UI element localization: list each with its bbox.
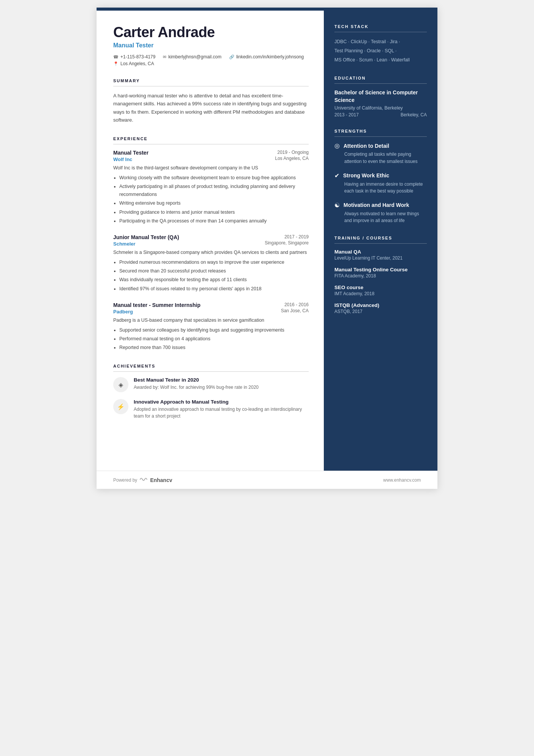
tech-stack-title: TECH STACK <box>334 24 427 32</box>
strength-title-1: Attention to Detail <box>344 143 389 149</box>
contact-email: ✉ kimberlyjhnsn@gmail.com <box>163 54 221 59</box>
experience-item-1: Manual Tester 2019 - Ongoing Wolf Inc Lo… <box>113 150 309 225</box>
exp-company-row-2: Schmeler Singapore, Singapore <box>113 240 309 247</box>
brand-name: Enhancv <box>150 477 172 483</box>
enhancv-logo-icon <box>139 476 148 484</box>
edu-degree: Bachelor of Science in Computer Science <box>334 89 427 104</box>
edu-dates-row: 2013 - 2017 Berkeley, CA <box>334 112 427 117</box>
training-name-2: Manual Testing Online Course <box>334 267 427 272</box>
bullet-item: Writing extensive bug reports <box>119 199 309 207</box>
exp-header-2: Junior Manual Tester (QA) 2017 - 2019 <box>113 234 309 240</box>
strength-header-1: ◎ Attention to Detail <box>334 142 427 149</box>
contact-linkedin: 🔗 linkedin.com/in/kimberly.johnsong <box>229 54 304 59</box>
edu-dates: 2013 - 2017 <box>334 112 359 117</box>
training-org-1: LevelUp Learning IT Center, 2021 <box>334 255 427 261</box>
achievement-item-2: ⚡ Innovative Approach to Manual Testing … <box>113 399 309 419</box>
edu-university: University of California, Berkeley <box>334 105 427 111</box>
bullet-item: Actively participating in all phases of … <box>119 183 309 199</box>
bullet-item: Reported more than 700 issues <box>119 344 309 352</box>
achievement-item-1: ◈ Best Manual Tester in 2020 Awarded by:… <box>113 377 309 392</box>
bullet-item: Was individually responsible for testing… <box>119 276 309 284</box>
exp-title-3: Manual tester - Summer Internship <box>113 302 200 308</box>
exp-dates-3: 2016 - 2016 <box>284 302 309 307</box>
training-org-4: ASTQB, 2017 <box>334 309 427 314</box>
strength-title-3: Motivation and Hard Work <box>344 202 409 208</box>
bullet-item: Secured more than 20 successful product … <box>119 267 309 275</box>
exp-location-3: San Jose, CA <box>281 308 309 313</box>
strength-header-2: ✔ Strong Work Ethic <box>334 172 427 179</box>
exp-title-1: Manual Tester <box>113 150 148 156</box>
strength-icon-2: ✔ <box>334 172 339 179</box>
achievements-title: ACHIEVEMENTS <box>113 364 309 372</box>
achievements-section: ACHIEVEMENTS ◈ Best Manual Tester in 202… <box>113 364 309 419</box>
training-item-2: Manual Testing Online Course FITA Academ… <box>334 267 427 279</box>
exp-header-3: Manual tester - Summer Internship 2016 -… <box>113 302 309 308</box>
exp-location-1: Los Angeles, CA <box>275 156 309 161</box>
experience-item-3: Manual tester - Summer Internship 2016 -… <box>113 302 309 352</box>
achievement-content-1: Best Manual Tester in 2020 Awarded by: W… <box>134 377 259 391</box>
strength-desc-3: Always motivated to learn new things and… <box>334 210 427 224</box>
experience-item-2: Junior Manual Tester (QA) 2017 - 2019 Sc… <box>113 234 309 293</box>
bullet-item: Providing guidance to interns and junior… <box>119 208 309 216</box>
training-item-4: ISTQB (Advanced) ASTQB, 2017 <box>334 302 427 314</box>
achievement-desc-2: Adopted an innovative approach to manual… <box>134 406 309 419</box>
experience-section: EXPERIENCE Manual Tester 2019 - Ongoing … <box>113 136 309 352</box>
exp-title-2: Junior Manual Tester (QA) <box>113 234 179 240</box>
main-layout: Carter Andrade Manual Tester ☎ +1-115-87… <box>97 11 437 471</box>
bullet-item: Provided numerous recommendations on way… <box>119 258 309 266</box>
exp-bullets-2: Provided numerous recommendations on way… <box>113 258 309 293</box>
strength-desc-1: Completing all tasks while paying attent… <box>334 151 427 165</box>
link-icon: 🔗 <box>229 55 234 59</box>
resume-wrapper: Carter Andrade Manual Tester ☎ +1-115-87… <box>97 8 437 489</box>
summary-title: SUMMARY <box>113 78 309 86</box>
tech-stack-section: TECH STACK JDBC · ClickUp · Testrail · J… <box>334 24 427 64</box>
tech-stack-text: JDBC · ClickUp · Testrail · Jira · Test … <box>334 38 427 64</box>
strength-title-2: Strong Work Ethic <box>343 172 389 178</box>
summary-text: A hard-working manual tester who is atte… <box>113 92 309 124</box>
powered-by-label: Powered by <box>113 477 137 483</box>
education-section: EDUCATION Bachelor of Science in Compute… <box>334 76 427 117</box>
achievement-icon-1: ◈ <box>113 377 128 392</box>
left-column: Carter Andrade Manual Tester ☎ +1-115-87… <box>97 11 324 471</box>
exp-company-2: Schmeler <box>113 241 136 247</box>
training-org-3: IMT Academy, 2018 <box>334 291 427 296</box>
achievement-desc-1: Awarded by: Wolf Inc. for achieving 99% … <box>134 384 259 391</box>
bullet-item: Participating in the QA processes of mor… <box>119 217 309 225</box>
exp-bullets-1: Working closely with the software develo… <box>113 174 309 225</box>
exp-desc-3: Padberg is a US-based company that speci… <box>113 317 309 324</box>
strength-item-1: ◎ Attention to Detail Completing all tas… <box>334 142 427 165</box>
phone-icon: ☎ <box>113 55 119 59</box>
strengths-section: STRENGTHS ◎ Attention to Detail Completi… <box>334 129 427 224</box>
training-name-4: ISTQB (Advanced) <box>334 302 427 308</box>
job-title: Manual Tester <box>113 42 309 49</box>
strength-icon-3: ☯ <box>334 202 340 209</box>
right-column: TECH STACK JDBC · ClickUp · Testrail · J… <box>324 11 437 471</box>
summary-section: SUMMARY A hard-working manual tester who… <box>113 78 309 124</box>
exp-bullets-3: Supported senior colleagues by identifyi… <box>113 326 309 352</box>
bullet-item: Supported senior colleagues by identifyi… <box>119 326 309 334</box>
exp-desc-1: Wolf Inc is the third-largest software d… <box>113 164 309 172</box>
edu-location: Berkeley, CA <box>401 112 427 117</box>
candidate-name: Carter Andrade <box>113 24 309 41</box>
training-item-3: SEO course IMT Academy, 2018 <box>334 285 427 296</box>
contact-location: 📍 Los Angeles, CA <box>113 61 154 66</box>
tech-line-2: Test Planning · Oracle · SQL · <box>334 47 427 56</box>
achievement-content-2: Innovative Approach to Manual Testing Ad… <box>134 399 309 419</box>
strength-item-2: ✔ Strong Work Ethic Having an immense de… <box>334 172 427 195</box>
top-accent-bar <box>97 8 437 11</box>
bullet-item: Performed manual testing on 4 applicatio… <box>119 335 309 343</box>
exp-desc-2: Schmeler is a Singapore-based company wh… <box>113 249 309 256</box>
training-name-1: Manual QA <box>334 249 427 255</box>
footer: Powered by Enhancv www.enhancv.com <box>97 471 437 489</box>
education-title: EDUCATION <box>334 76 427 84</box>
exp-company-row-3: Padberg San Jose, CA <box>113 308 309 315</box>
strength-item-3: ☯ Motivation and Hard Work Always motiva… <box>334 202 427 224</box>
strength-desc-2: Having an immense desire to complete eac… <box>334 181 427 195</box>
strengths-title: STRENGTHS <box>334 129 427 137</box>
experience-title: EXPERIENCE <box>113 136 309 144</box>
training-org-2: FITA Academy, 2018 <box>334 273 427 279</box>
training-section: TRAINING / COURSES Manual QA LevelUp Lea… <box>334 236 427 314</box>
contact-row: ☎ +1-115-873-4179 ✉ kimberlyjhnsn@gmail.… <box>113 54 309 66</box>
training-title: TRAINING / COURSES <box>334 236 427 244</box>
bullet-item: Working closely with the software develo… <box>119 174 309 182</box>
